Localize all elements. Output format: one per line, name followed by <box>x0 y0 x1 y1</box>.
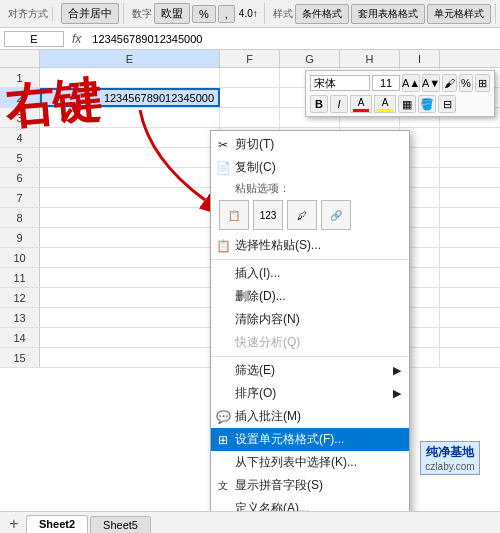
context-menu-item-cut[interactable]: ✂ 剪切(T) <box>211 133 409 156</box>
row-header-4[interactable]: 4 <box>0 128 40 147</box>
cell-reference-input[interactable] <box>4 31 64 47</box>
separator-2 <box>211 356 409 357</box>
col-header-h[interactable]: H <box>340 50 400 67</box>
row-header-6[interactable]: 6 <box>0 168 40 187</box>
borders-button[interactable]: ▦ <box>398 95 416 113</box>
clear-label: 清除内容(N) <box>235 311 300 328</box>
row-header-7[interactable]: 7 <box>0 188 40 207</box>
row-header-10[interactable]: 10 <box>0 248 40 267</box>
cell-e15[interactable] <box>40 348 220 367</box>
cell-e6[interactable] <box>40 168 220 187</box>
cell-style-button[interactable]: 单元格样式 <box>427 4 491 24</box>
row-header-2[interactable]: 2 <box>0 88 40 107</box>
col-header-f[interactable]: F <box>220 50 280 67</box>
cell-e1[interactable] <box>40 68 220 87</box>
formula-input[interactable] <box>89 32 496 46</box>
context-menu-item-copy[interactable]: 📄 复制(C) <box>211 156 409 179</box>
cell-f2[interactable] <box>220 88 280 107</box>
cell-e11[interactable] <box>40 268 220 287</box>
merge-center-button[interactable]: 合并居中 <box>61 3 119 24</box>
format-cells-label: 设置单元格格式(F)... <box>235 431 344 448</box>
context-menu-item-quick-analysis[interactable]: 快速分析(Q) <box>211 331 409 354</box>
merge-button2[interactable]: ⊟ <box>438 95 456 113</box>
row-header-12[interactable]: 12 <box>0 288 40 307</box>
font-name-input[interactable] <box>310 75 370 91</box>
align-section: 对齐方式 <box>4 7 53 21</box>
paste-icon-3[interactable]: 🖊 <box>287 200 317 230</box>
cell-e4[interactable] <box>40 128 220 147</box>
context-menu-item-comment[interactable]: 💬 插入批注(M) <box>211 405 409 428</box>
font-increase-button[interactable]: A▲ <box>402 74 420 92</box>
percent-button[interactable]: % <box>459 74 474 92</box>
cell-e13[interactable] <box>40 308 220 327</box>
highlight-color-button[interactable]: A <box>374 95 396 113</box>
cell-f1[interactable] <box>220 68 280 87</box>
conditional-format-button[interactable]: 条件格式 <box>295 4 349 24</box>
col-header-e[interactable]: E <box>40 50 220 67</box>
sort-label: 排序(O) <box>235 385 276 402</box>
comment-icon: 💬 <box>215 410 231 424</box>
copy-icon: 📄 <box>215 161 231 175</box>
comment-label: 插入批注(M) <box>235 408 301 425</box>
context-menu-item-sort[interactable]: 排序(O) ▶ <box>211 382 409 405</box>
paste-icon-2[interactable]: 123 <box>253 200 283 230</box>
context-menu-item-define-name[interactable]: 定义名称(A)... <box>211 497 409 511</box>
context-menu-item-delete[interactable]: 删除(D)... <box>211 285 409 308</box>
cell-e9[interactable] <box>40 228 220 247</box>
context-menu-item-filter[interactable]: 筛选(E) ▶ <box>211 359 409 382</box>
cell-value: 123456789012345000 <box>104 92 214 104</box>
paste-icon-1[interactable]: 📋 <box>219 200 249 230</box>
cell-e2[interactable]: 123456789012345000 <box>40 88 220 107</box>
cell-e8[interactable] <box>40 208 220 227</box>
comma-button[interactable]: , <box>218 5 235 23</box>
percent-button[interactable]: % <box>192 5 216 23</box>
context-menu-item-phonetic[interactable]: 文 显示拼音字段(S) <box>211 474 409 497</box>
insert-label: 插入(I)... <box>235 265 280 282</box>
context-menu-item-insert[interactable]: 插入(I)... <box>211 262 409 285</box>
delete-label: 删除(D)... <box>235 288 286 305</box>
col-header-g[interactable]: G <box>280 50 340 67</box>
add-sheet-button[interactable]: + <box>4 515 24 533</box>
cell-e7[interactable] <box>40 188 220 207</box>
row-header-14[interactable]: 14 <box>0 328 40 347</box>
filter-arrow: ▶ <box>393 364 401 377</box>
cell-e3[interactable] <box>40 108 220 127</box>
font-decrease-button[interactable]: A▼ <box>422 74 440 92</box>
copy-format-button[interactable]: ⊞ <box>475 74 490 92</box>
paint-format-button[interactable]: 🖌 <box>442 74 457 92</box>
cell-e12[interactable] <box>40 288 220 307</box>
row-header-8[interactable]: 8 <box>0 208 40 227</box>
context-menu-item-clear[interactable]: 清除内容(N) <box>211 308 409 331</box>
row-header-15[interactable]: 15 <box>0 348 40 367</box>
number-format-button[interactable]: 欧盟 <box>154 3 190 24</box>
font-size-input[interactable] <box>372 75 400 91</box>
row-header-1[interactable]: 1 <box>0 68 40 87</box>
fill-color-button[interactable]: 🪣 <box>418 95 436 113</box>
sheet-tab-sheet5[interactable]: Sheet5 <box>90 516 151 533</box>
context-menu-item-format-cells[interactable]: ⊞ 设置单元格格式(F)... <box>211 428 409 451</box>
paste-options-label: 粘贴选项： <box>211 179 409 196</box>
row-header-5[interactable]: 5 <box>0 148 40 167</box>
italic-button[interactable]: I <box>330 95 348 113</box>
context-menu-item-paste-special[interactable]: 📋 选择性粘贴(S)... <box>211 234 409 257</box>
cell-e10[interactable] <box>40 248 220 267</box>
row-header-9[interactable]: 9 <box>0 228 40 247</box>
cell-e5[interactable] <box>40 148 220 167</box>
row-header-3[interactable]: 3 <box>0 108 40 127</box>
sheet-tab-sheet2[interactable]: Sheet2 <box>26 515 88 533</box>
table-format-button[interactable]: 套用表格格式 <box>351 4 425 24</box>
phonetic-label: 显示拼音字段(S) <box>235 477 323 494</box>
paste-icon-4[interactable]: 🔗 <box>321 200 351 230</box>
context-menu-item-pick-list[interactable]: 从下拉列表中选择(K)... <box>211 451 409 474</box>
cell-e14[interactable] <box>40 328 220 347</box>
row-header-13[interactable]: 13 <box>0 308 40 327</box>
row-header-11[interactable]: 11 <box>0 268 40 287</box>
fx-label: fx <box>68 32 85 46</box>
bold-button[interactable]: B <box>310 95 328 113</box>
font-color-button[interactable]: A <box>350 95 372 113</box>
watermark: 纯净基地 czlaby.com <box>400 433 500 483</box>
toolbar-strip: 对齐方式 合并居中 数字 欧盟 % , 4.0↑ 样式 条件格式 套用表格格式 … <box>0 0 500 28</box>
col-header-i[interactable]: I <box>400 50 440 67</box>
number-controls: 4.0↑ <box>239 8 258 19</box>
cell-f3[interactable] <box>220 108 280 127</box>
